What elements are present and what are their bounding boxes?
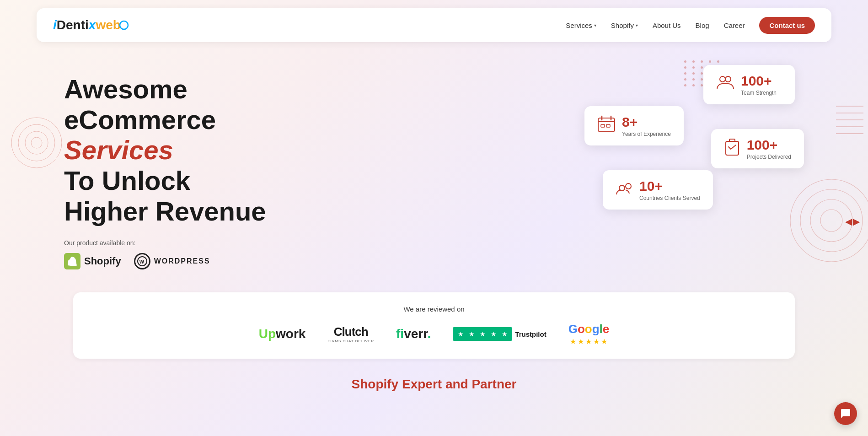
google-stars: ★ ★ ★ ★ ★ bbox=[568, 337, 610, 346]
logo-i: i bbox=[53, 18, 57, 32]
svg-text:W: W bbox=[139, 259, 145, 264]
team-icon bbox=[716, 75, 734, 95]
svg-point-0 bbox=[120, 21, 128, 29]
google-logo[interactable]: Google ★ ★ ★ ★ ★ bbox=[568, 322, 610, 346]
svg-point-22 bbox=[626, 183, 631, 189]
svg-point-24 bbox=[800, 189, 863, 252]
chevron-down-icon: ▾ bbox=[594, 23, 596, 28]
logo-x: x bbox=[89, 18, 96, 32]
nav-item-career[interactable]: Career bbox=[724, 22, 745, 29]
upwork-logo[interactable]: Upwork bbox=[259, 327, 306, 341]
shopify-bag-icon bbox=[64, 253, 80, 269]
svg-rect-19 bbox=[606, 124, 610, 127]
svg-point-25 bbox=[810, 199, 852, 242]
trustpilot-stars: ★ ★ ★ ★ ★ bbox=[453, 327, 512, 341]
contact-button[interactable]: Contact us bbox=[759, 17, 815, 34]
nav-link-about[interactable]: About Us bbox=[653, 22, 681, 29]
nav-link-career[interactable]: Career bbox=[724, 22, 745, 29]
stat-info-projects: 100+ Projects Delivered bbox=[747, 137, 791, 160]
hero-section: Awesome eCommerce Services To Unlock Hig… bbox=[0, 42, 868, 288]
nav-link-shopify[interactable]: Shopify ▾ bbox=[611, 22, 638, 29]
logo-web: web bbox=[96, 18, 120, 32]
logo[interactable]: iDentixweb bbox=[53, 18, 129, 32]
shopify-logo[interactable]: Shopify bbox=[64, 253, 121, 269]
chat-icon bbox=[840, 408, 851, 419]
stat-card-countries: 10+ Countries Clients Served bbox=[603, 170, 713, 210]
nav-item-about[interactable]: About Us bbox=[653, 22, 681, 29]
nav-item-services[interactable]: Services ▾ bbox=[566, 22, 596, 29]
nav-links: Services ▾ Shopify ▾ About Us Blog Caree… bbox=[566, 17, 815, 34]
stat-info-team: 100+ Team Strength bbox=[741, 73, 777, 96]
trustpilot-logo[interactable]: ★ ★ ★ ★ ★ Trustpilot bbox=[453, 327, 546, 341]
svg-point-13 bbox=[725, 76, 731, 82]
logo-dentix2: enti bbox=[66, 18, 89, 32]
stat-card-projects: 100+ Projects Delivered bbox=[711, 129, 804, 168]
clipboard-icon bbox=[724, 138, 740, 160]
calendar-icon bbox=[597, 115, 616, 137]
logo-circle-icon bbox=[119, 20, 129, 30]
wordpress-logo[interactable]: W WordPress bbox=[134, 253, 210, 269]
clutch-logo[interactable]: Clutch FIRMS THAT DELIVER bbox=[327, 325, 374, 343]
nav-item-shopify[interactable]: Shopify ▾ bbox=[611, 22, 638, 29]
chevron-down-icon-2: ▾ bbox=[636, 23, 638, 28]
svg-point-23 bbox=[790, 179, 868, 262]
platform-logos: Shopify W WordPress bbox=[64, 253, 302, 269]
shopify-partner-label: Shopify Expert and Partner bbox=[0, 359, 868, 401]
wp-icon: W bbox=[134, 253, 150, 269]
stat-info-countries: 10+ Countries Clients Served bbox=[639, 178, 700, 201]
hero-left: Awesome eCommerce Services To Unlock Hig… bbox=[64, 70, 302, 269]
review-logos: Upwork Clutch FIRMS THAT DELIVER fiverr.… bbox=[259, 322, 610, 346]
svg-point-26 bbox=[820, 210, 842, 231]
hero-right: 100+ Team Strength 8+ bbox=[584, 65, 804, 211]
fiverr-logo[interactable]: fiverr. bbox=[396, 327, 431, 341]
svg-rect-18 bbox=[601, 124, 605, 127]
globe-icon bbox=[616, 180, 633, 200]
svg-point-12 bbox=[720, 76, 725, 82]
review-strip: We are reviewed on Upwork Clutch FIRMS T… bbox=[73, 292, 795, 359]
chat-button[interactable] bbox=[834, 402, 857, 425]
navbar: iDentixweb Services ▾ Shopify ▾ About Us… bbox=[37, 8, 831, 42]
stat-card-team: 100+ Team Strength bbox=[703, 65, 795, 104]
review-label: We are reviewed on bbox=[403, 305, 464, 313]
nav-item-contact[interactable]: Contact us bbox=[759, 17, 815, 34]
logo-dentix: D bbox=[57, 18, 66, 32]
nav-link-blog[interactable]: Blog bbox=[696, 22, 709, 29]
nav-link-services[interactable]: Services ▾ bbox=[566, 22, 596, 29]
product-available-label: Our product available on: bbox=[64, 239, 302, 247]
stat-card-years: 8+ Years of Experience bbox=[584, 106, 684, 145]
stat-info-years: 8+ Years of Experience bbox=[622, 114, 671, 137]
hero-title: Awesome eCommerce Services To Unlock Hig… bbox=[64, 74, 302, 226]
nav-item-blog[interactable]: Blog bbox=[696, 22, 709, 29]
deco-circles-right bbox=[786, 175, 868, 266]
